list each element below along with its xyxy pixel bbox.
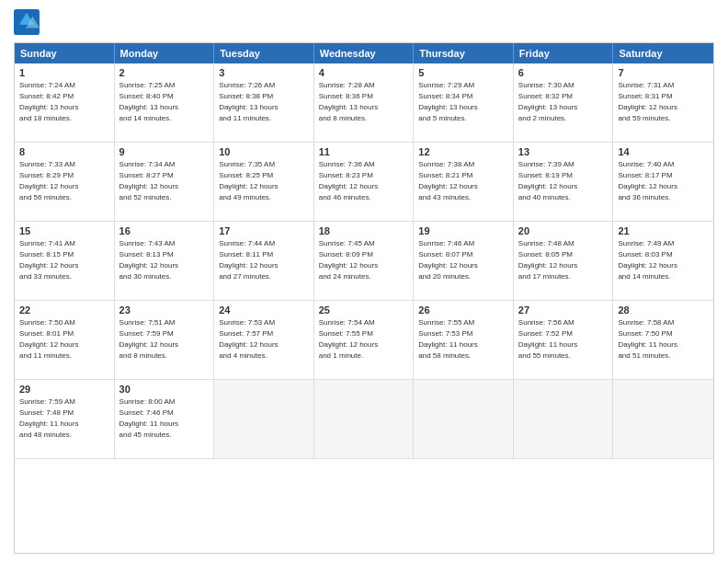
day-cell-8: 8Sunrise: 7:33 AMSunset: 8:29 PMDaylight…: [15, 143, 115, 222]
day-info: Sunrise: 7:50 AMSunset: 8:01 PMDaylight:…: [19, 317, 109, 362]
empty-cell: [414, 380, 514, 459]
day-info: Sunrise: 7:36 AMSunset: 8:23 PMDaylight:…: [319, 159, 409, 203]
day-cell-17: 17Sunrise: 7:44 AMSunset: 8:11 PMDayligh…: [214, 222, 314, 301]
day-number: 8: [19, 146, 109, 157]
day-number: 6: [518, 67, 609, 78]
day-info: Sunrise: 7:51 AMSunset: 7:59 PMDaylight:…: [119, 317, 210, 362]
day-number: 1: [19, 67, 109, 78]
day-info: Sunrise: 7:31 AMSunset: 8:31 PMDaylight:…: [618, 80, 709, 124]
day-header-friday: Friday: [514, 43, 614, 63]
day-number: 21: [618, 225, 709, 236]
day-info: Sunrise: 7:58 AMSunset: 7:50 PMDaylight:…: [618, 317, 709, 362]
day-cell-2: 2Sunrise: 7:25 AMSunset: 8:40 PMDaylight…: [115, 63, 215, 143]
day-number: 20: [518, 225, 609, 236]
day-header-thursday: Thursday: [414, 43, 514, 63]
day-info: Sunrise: 7:29 AMSunset: 8:34 PMDaylight:…: [418, 80, 508, 124]
day-header-monday: Monday: [115, 43, 215, 63]
day-cell-30: 30Sunrise: 8:00 AMSunset: 7:46 PMDayligh…: [115, 380, 215, 459]
day-cell-14: 14Sunrise: 7:40 AMSunset: 8:17 PMDayligh…: [613, 143, 713, 222]
day-info: Sunrise: 7:25 AMSunset: 8:40 PMDaylight:…: [119, 80, 210, 124]
day-cell-5: 5Sunrise: 7:29 AMSunset: 8:34 PMDaylight…: [414, 63, 514, 143]
day-info: Sunrise: 7:44 AMSunset: 8:11 PMDaylight:…: [219, 238, 309, 282]
logo: [14, 9, 43, 35]
empty-cell: [613, 380, 713, 459]
day-cell-20: 20Sunrise: 7:48 AMSunset: 8:05 PMDayligh…: [514, 222, 614, 301]
day-number: 11: [319, 146, 409, 157]
day-number: 29: [19, 384, 109, 395]
day-info: Sunrise: 7:45 AMSunset: 8:09 PMDaylight:…: [319, 238, 409, 282]
day-number: 22: [19, 304, 109, 316]
day-info: Sunrise: 7:39 AMSunset: 8:19 PMDaylight:…: [518, 159, 609, 203]
empty-cell: [214, 380, 314, 459]
day-info: Sunrise: 7:26 AMSunset: 8:38 PMDaylight:…: [219, 80, 309, 124]
day-number: 19: [418, 225, 508, 236]
day-info: Sunrise: 8:00 AMSunset: 7:46 PMDaylight:…: [119, 396, 210, 441]
day-cell-27: 27Sunrise: 7:56 AMSunset: 7:52 PMDayligh…: [514, 301, 614, 380]
day-number: 27: [518, 304, 609, 316]
day-info: Sunrise: 7:24 AMSunset: 8:42 PMDaylight:…: [19, 80, 109, 124]
day-number: 4: [319, 67, 409, 78]
day-number: 25: [319, 304, 409, 316]
day-cell-11: 11Sunrise: 7:36 AMSunset: 8:23 PMDayligh…: [314, 143, 415, 222]
day-cell-7: 7Sunrise: 7:31 AMSunset: 8:31 PMDaylight…: [613, 63, 713, 143]
day-number: 9: [119, 146, 210, 157]
day-info: Sunrise: 7:38 AMSunset: 8:21 PMDaylight:…: [418, 159, 508, 203]
day-number: 24: [219, 304, 309, 316]
day-info: Sunrise: 7:30 AMSunset: 8:32 PMDaylight:…: [518, 80, 609, 124]
day-info: Sunrise: 7:56 AMSunset: 7:52 PMDaylight:…: [518, 317, 609, 362]
day-header-tuesday: Tuesday: [214, 43, 314, 63]
calendar-body: 1Sunrise: 7:24 AMSunset: 8:42 PMDaylight…: [15, 63, 713, 459]
day-number: 23: [119, 304, 210, 316]
day-info: Sunrise: 7:59 AMSunset: 7:48 PMDaylight:…: [19, 396, 109, 441]
day-cell-13: 13Sunrise: 7:39 AMSunset: 8:19 PMDayligh…: [514, 143, 614, 222]
empty-cell: [514, 380, 614, 459]
day-cell-21: 21Sunrise: 7:49 AMSunset: 8:03 PMDayligh…: [613, 222, 713, 301]
day-number: 5: [418, 67, 508, 78]
day-info: Sunrise: 7:55 AMSunset: 7:53 PMDaylight:…: [418, 317, 508, 362]
day-info: Sunrise: 7:43 AMSunset: 8:13 PMDaylight:…: [119, 238, 210, 282]
day-cell-6: 6Sunrise: 7:30 AMSunset: 8:32 PMDaylight…: [514, 63, 614, 143]
day-number: 3: [219, 67, 309, 78]
day-info: Sunrise: 7:46 AMSunset: 8:07 PMDaylight:…: [418, 238, 508, 282]
logo-icon: [14, 9, 40, 35]
day-number: 16: [119, 225, 210, 236]
day-info: Sunrise: 7:28 AMSunset: 8:36 PMDaylight:…: [319, 80, 409, 124]
day-header-sunday: Sunday: [15, 43, 115, 63]
day-cell-25: 25Sunrise: 7:54 AMSunset: 7:55 PMDayligh…: [314, 301, 415, 380]
day-number: 26: [418, 304, 508, 316]
page: SundayMondayTuesdayWednesdayThursdayFrid…: [0, 0, 728, 563]
empty-cell: [314, 380, 415, 459]
day-cell-26: 26Sunrise: 7:55 AMSunset: 7:53 PMDayligh…: [414, 301, 514, 380]
header: [14, 9, 714, 35]
day-number: 14: [618, 146, 709, 157]
day-cell-24: 24Sunrise: 7:53 AMSunset: 7:57 PMDayligh…: [214, 301, 314, 380]
calendar-header: SundayMondayTuesdayWednesdayThursdayFrid…: [15, 43, 713, 63]
day-cell-4: 4Sunrise: 7:28 AMSunset: 8:36 PMDaylight…: [314, 63, 415, 143]
day-cell-16: 16Sunrise: 7:43 AMSunset: 8:13 PMDayligh…: [115, 222, 215, 301]
day-cell-28: 28Sunrise: 7:58 AMSunset: 7:50 PMDayligh…: [613, 301, 713, 380]
day-cell-10: 10Sunrise: 7:35 AMSunset: 8:25 PMDayligh…: [214, 143, 314, 222]
day-info: Sunrise: 7:34 AMSunset: 8:27 PMDaylight:…: [119, 159, 210, 203]
day-info: Sunrise: 7:33 AMSunset: 8:29 PMDaylight:…: [19, 159, 109, 203]
day-info: Sunrise: 7:49 AMSunset: 8:03 PMDaylight:…: [618, 238, 709, 282]
calendar: SundayMondayTuesdayWednesdayThursdayFrid…: [14, 42, 714, 554]
day-number: 15: [19, 225, 109, 236]
day-number: 2: [119, 67, 210, 78]
day-cell-12: 12Sunrise: 7:38 AMSunset: 8:21 PMDayligh…: [414, 143, 514, 222]
day-number: 10: [219, 146, 309, 157]
day-header-saturday: Saturday: [613, 43, 713, 63]
day-number: 18: [319, 225, 409, 236]
day-info: Sunrise: 7:53 AMSunset: 7:57 PMDaylight:…: [219, 317, 309, 362]
day-cell-22: 22Sunrise: 7:50 AMSunset: 8:01 PMDayligh…: [15, 301, 115, 380]
day-header-wednesday: Wednesday: [314, 43, 415, 63]
day-info: Sunrise: 7:35 AMSunset: 8:25 PMDaylight:…: [219, 159, 309, 203]
day-number: 12: [418, 146, 508, 157]
day-cell-1: 1Sunrise: 7:24 AMSunset: 8:42 PMDaylight…: [15, 63, 115, 143]
day-number: 28: [618, 304, 709, 316]
day-number: 13: [518, 146, 609, 157]
day-cell-9: 9Sunrise: 7:34 AMSunset: 8:27 PMDaylight…: [115, 143, 215, 222]
day-cell-19: 19Sunrise: 7:46 AMSunset: 8:07 PMDayligh…: [414, 222, 514, 301]
day-info: Sunrise: 7:54 AMSunset: 7:55 PMDaylight:…: [319, 317, 409, 362]
day-number: 17: [219, 225, 309, 236]
day-info: Sunrise: 7:41 AMSunset: 8:15 PMDaylight:…: [19, 238, 109, 282]
